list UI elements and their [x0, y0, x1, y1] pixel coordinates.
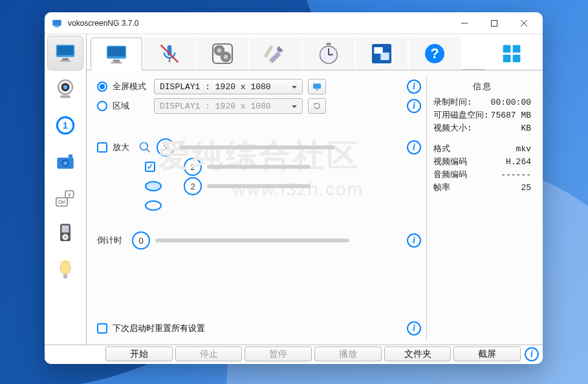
tab-screen[interactable]: [91, 37, 142, 70]
info-zoom[interactable]: i: [407, 140, 421, 155]
combo-region-display: DISPLAY1 : 1920 x 1080: [154, 98, 303, 114]
svg-rect-52: [503, 45, 511, 52]
check-zoom-opt2[interactable]: [145, 162, 155, 172]
svg-rect-49: [380, 52, 389, 60]
svg-point-59: [140, 143, 148, 151]
label-fullscreen: 全屏模式: [113, 81, 149, 92]
app-icon: [51, 17, 63, 29]
tab-windows[interactable]: [356, 37, 408, 70]
svg-rect-53: [513, 45, 521, 52]
identify-display-button[interactable]: [308, 79, 326, 94]
sidenav-counter[interactable]: 1: [47, 108, 83, 143]
svg-rect-42: [264, 45, 273, 58]
svg-rect-13: [60, 96, 71, 98]
svg-text:y: y: [69, 192, 71, 197]
zoom-value-1: 2: [157, 138, 175, 156]
countdown-value: 0: [132, 231, 150, 250]
folder-button[interactable]: 文件夹: [384, 347, 452, 361]
tab-help[interactable]: ?: [409, 37, 461, 70]
svg-rect-46: [327, 43, 331, 45]
svg-point-28: [60, 262, 71, 274]
svg-rect-8: [62, 58, 69, 60]
label-zoom: 放大: [113, 142, 133, 153]
svg-point-12: [63, 85, 67, 89]
svg-text:1: 1: [63, 120, 68, 131]
check-reset[interactable]: [97, 323, 107, 334]
label-region: 区域: [113, 100, 149, 112]
minimize-button[interactable]: [450, 14, 479, 33]
sidenav-keys[interactable]: Ctrly: [47, 180, 83, 215]
svg-point-40: [224, 55, 228, 59]
tab-codec[interactable]: [197, 37, 248, 70]
tab-timer[interactable]: [303, 37, 354, 70]
maximize-button[interactable]: [479, 14, 509, 33]
svg-rect-1: [54, 26, 60, 27]
oval-indicator-2: [145, 200, 162, 211]
svg-rect-33: [111, 61, 122, 63]
slider-zoom-1[interactable]: [180, 145, 335, 149]
oval-indicator-1: [145, 181, 162, 191]
svg-rect-29: [63, 274, 67, 278]
svg-point-18: [63, 161, 67, 165]
sidenav-idea[interactable]: [47, 253, 83, 288]
info-reset[interactable]: i: [407, 321, 421, 336]
sidenav-screen[interactable]: [47, 36, 83, 70]
svg-line-60: [147, 149, 150, 153]
svg-rect-57: [316, 89, 318, 90]
reset-region-button[interactable]: [308, 98, 326, 114]
screenshot-button[interactable]: 截屏: [453, 347, 521, 361]
svg-text:Ctrl: Ctrl: [58, 200, 65, 205]
app-window: vokoscreenNG 3.7.0 1: [45, 12, 543, 364]
label-countdown: 倒计时: [97, 235, 127, 246]
svg-rect-56: [313, 83, 321, 89]
radio-fullscreen[interactable]: [97, 81, 107, 92]
tab-logo: [486, 37, 538, 70]
combo-fullscreen-display[interactable]: DISPLAY1 : 1920 x 1080: [154, 79, 303, 94]
bottom-bar: 开始 停止 暂停 播放 文件夹 截屏 i: [45, 345, 543, 364]
window-title: vokoscreenNG 3.7.0: [68, 19, 138, 28]
info-bottom[interactable]: i: [523, 347, 540, 361]
svg-rect-55: [513, 54, 521, 62]
side-nav: 1 Ctrly: [45, 34, 86, 345]
top-tabs: ?: [87, 34, 543, 70]
title-bar: vokoscreenNG 3.7.0: [45, 12, 543, 34]
zoom-value-2: 2: [184, 158, 202, 176]
close-button[interactable]: [509, 14, 539, 33]
svg-rect-0: [52, 19, 61, 25]
sidenav-player[interactable]: [47, 217, 83, 251]
info-countdown[interactable]: i: [407, 233, 421, 248]
svg-point-38: [217, 48, 222, 53]
info-panel: 信息 录制时间:00:00:00 可用磁盘空间:75687 MB 视频大小:KB…: [426, 77, 538, 341]
magnifier-icon: [138, 141, 151, 154]
info-title: 信息: [433, 81, 531, 92]
slider-zoom-2[interactable]: [207, 165, 310, 169]
label-reset: 下次启动时重置所有设置: [113, 323, 205, 334]
pause-button[interactable]: 暂停: [245, 347, 312, 361]
start-button[interactable]: 开始: [105, 347, 173, 361]
slider-zoom-3[interactable]: [207, 184, 310, 188]
zoom-value-3: 2: [184, 177, 202, 195]
svg-rect-25: [61, 226, 69, 233]
svg-rect-3: [492, 20, 497, 26]
svg-point-27: [64, 236, 66, 238]
radio-region[interactable]: [97, 101, 107, 111]
check-zoom[interactable]: [97, 142, 107, 153]
sidenav-webcam[interactable]: [47, 72, 83, 107]
play-button[interactable]: 播放: [314, 347, 382, 361]
svg-text:?: ?: [430, 45, 439, 61]
tab-tools[interactable]: [250, 37, 301, 70]
info-region[interactable]: i: [407, 99, 421, 113]
sidenav-snapshot[interactable]: [47, 144, 83, 179]
svg-rect-54: [503, 54, 511, 62]
svg-rect-32: [113, 59, 120, 61]
slider-countdown[interactable]: [155, 239, 349, 242]
info-fullscreen[interactable]: i: [407, 80, 421, 94]
svg-rect-19: [69, 155, 72, 158]
tab-audio[interactable]: [144, 37, 195, 70]
svg-rect-7: [57, 46, 73, 55]
svg-rect-31: [108, 47, 125, 56]
stop-button[interactable]: 停止: [175, 347, 243, 361]
svg-rect-9: [60, 60, 71, 61]
